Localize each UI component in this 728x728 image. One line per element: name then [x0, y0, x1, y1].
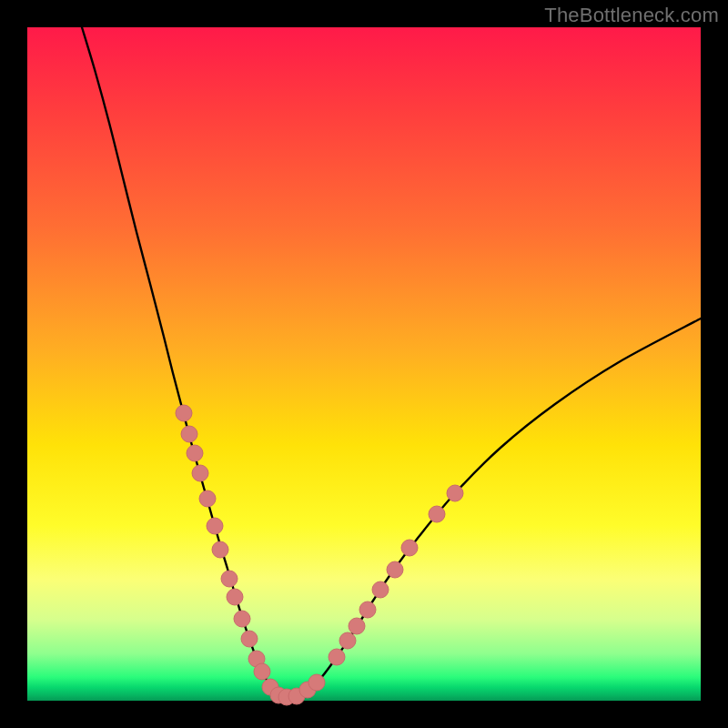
- curve-marker: [429, 506, 445, 522]
- curve-marker: [401, 540, 418, 556]
- curve-marker: [207, 518, 223, 534]
- curve-marker: [372, 581, 389, 598]
- curve-marker: [254, 663, 270, 680]
- curve-marker: [221, 571, 238, 587]
- curve-marker: [387, 561, 403, 578]
- curve-marker: [329, 649, 345, 665]
- curve-marker: [447, 485, 463, 501]
- curve-marker: [187, 445, 203, 461]
- bottleneck-curve: [82, 27, 701, 698]
- chart-svg: [27, 27, 701, 701]
- curve-marker: [339, 632, 356, 649]
- curve-marker: [176, 405, 192, 421]
- curve-marker: [359, 602, 376, 618]
- watermark-text: TheBottleneck.com: [544, 4, 719, 27]
- curve-markers: [176, 405, 463, 705]
- curve-marker: [181, 426, 197, 442]
- curve-marker: [241, 631, 258, 647]
- curve-marker: [349, 618, 365, 634]
- curve-marker: [199, 490, 216, 507]
- chart-frame: TheBottleneck.com: [0, 0, 728, 728]
- curve-marker: [212, 541, 228, 558]
- curve-marker: [308, 674, 325, 691]
- chart-plot-area: [27, 27, 701, 701]
- curve-marker: [227, 589, 243, 605]
- curve-marker: [192, 465, 208, 481]
- curve-marker: [234, 611, 250, 627]
